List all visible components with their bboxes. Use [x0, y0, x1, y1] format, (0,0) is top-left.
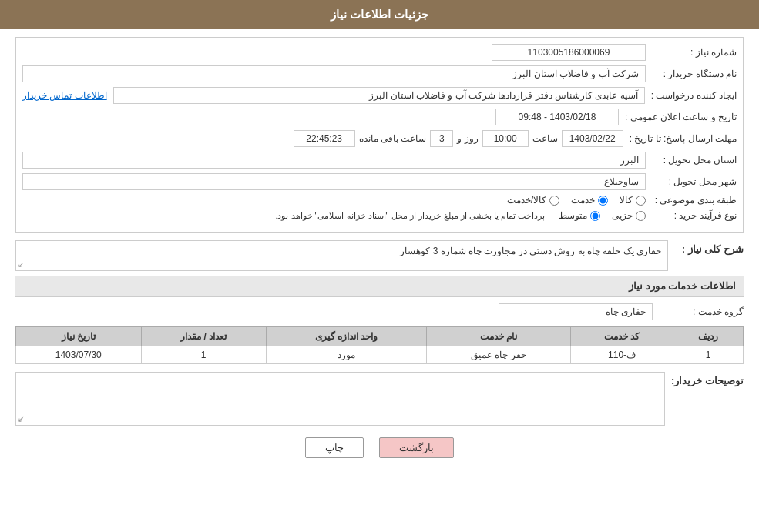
- purchase-radio-jazyi[interactable]: [636, 211, 646, 221]
- services-section-title: اطلاعات خدمات مورد نیاز: [15, 276, 744, 297]
- delivery-city-value: ساوجبلاغ: [22, 173, 646, 190]
- delivery-province-row: استان محل تحویل : البرز: [22, 152, 737, 169]
- category-radio-group: کالا خدمت کالا/خدمت: [507, 195, 646, 206]
- creator-row: ایجاد کننده درخواست : آسیه عابدی کارشناس…: [22, 87, 737, 104]
- category-radio-khedmat[interactable]: [598, 196, 608, 206]
- delivery-city-label: شهر محل تحویل :: [652, 176, 737, 187]
- buyer-org-label: نام دستگاه خریدار :: [652, 69, 737, 79]
- purchase-jazyi-label: جزیی: [612, 210, 633, 221]
- purchase-option-jazyi: جزیی: [612, 210, 646, 221]
- service-group-label: گروه خدمت :: [659, 306, 744, 317]
- buyer-org-value: شرکت آب و فاضلاب استان البرز: [22, 65, 646, 82]
- announce-datetime-value: 1403/02/18 - 09:48: [495, 109, 619, 125]
- buyer-org-row: نام دستگاه خریدار : شرکت آب و فاضلاب است…: [22, 65, 737, 82]
- contact-link[interactable]: اطلاعات تماس خریدار: [22, 90, 107, 101]
- delivery-city-row: شهر محل تحویل : ساوجبلاغ: [22, 173, 737, 190]
- info-section: شماره نیاز : 1103005186000069 نام دستگاه…: [15, 37, 744, 233]
- cell-row-1: 1: [673, 346, 744, 364]
- buyer-notes-section: توصیحات خریدار: ↙: [15, 372, 744, 426]
- need-number-value: 1103005186000069: [492, 44, 646, 61]
- buyer-notes-value: ↙: [15, 372, 665, 426]
- table-header-row: ردیف کد خدمت نام خدمت واحد اندازه گیری ت…: [16, 327, 744, 346]
- category-option-kala-khedmat: کالا/خدمت: [507, 195, 559, 206]
- need-description-row: شرح کلی نیاز : حفاری یک حلقه چاه به روش …: [15, 240, 744, 271]
- need-number-row: شماره نیاز : 1103005186000069: [22, 44, 737, 61]
- delivery-province-value: البرز: [22, 152, 646, 169]
- category-option-khedmat: خدمت: [571, 195, 608, 206]
- print-button[interactable]: چاپ: [305, 437, 364, 458]
- service-group-row: گروه خدمت : حفاری چاه: [15, 303, 744, 320]
- cell-name-1: حفر چاه عمیق: [426, 346, 570, 364]
- cell-code-1: ف-110: [570, 346, 673, 364]
- announce-datetime-row: تاریخ و ساعت اعلان عمومی : 1403/02/18 - …: [22, 109, 737, 125]
- col-name: نام خدمت: [426, 327, 570, 346]
- category-radio-kala[interactable]: [636, 196, 646, 206]
- service-table: ردیف کد خدمت نام خدمت واحد اندازه گیری ت…: [15, 326, 744, 364]
- response-remaining: 22:45:23: [294, 130, 355, 147]
- page-header: جزئیات اطلاعات نیاز: [0, 0, 759, 29]
- table-row: 1 ف-110 حفر چاه عمیق مورد 1 1403/07/30: [16, 346, 744, 364]
- purchase-type-row: نوع فرآیند خرید : جزیی متوسط پرداخت تمام…: [22, 210, 737, 221]
- creator-label: ایجاد کننده درخواست :: [651, 90, 737, 101]
- response-remaining-label: ساعت باقی مانده: [359, 133, 427, 144]
- col-code: کد خدمت: [570, 327, 673, 346]
- delivery-province-label: استان محل تحویل :: [652, 155, 737, 166]
- category-label: طبقه بندی موضوعی :: [652, 195, 737, 206]
- response-date-row: 1403/02/22 ساعت 10:00 روز و 3 ساعت باقی …: [294, 130, 623, 147]
- category-option-kala: کالا: [620, 195, 646, 206]
- col-qty: تعداد / مقدار: [141, 327, 266, 346]
- col-row: ردیف: [673, 327, 744, 346]
- category-khedmat-label: خدمت: [571, 195, 595, 206]
- category-kala-khedmat-label: کالا/خدمت: [507, 195, 546, 206]
- response-date: 1403/02/22: [562, 130, 623, 147]
- purchase-radio-group: جزیی متوسط: [559, 210, 646, 221]
- buyer-notes-label: توصیحات خریدار:: [671, 372, 744, 386]
- response-deadline-row: مهلت ارسال پاسخ: تا تاریخ : 1403/02/22 س…: [22, 130, 737, 147]
- need-number-label: شماره نیاز :: [652, 47, 737, 58]
- col-unit: واحد اندازه گیری: [266, 327, 426, 346]
- response-days-label: روز و: [457, 133, 478, 144]
- purchase-option-motavasset: متوسط: [559, 210, 600, 221]
- buttons-row: بازگشت چاپ: [15, 437, 744, 458]
- col-date: تاریخ نیاز: [16, 327, 142, 346]
- response-deadline-label: مهلت ارسال پاسخ: تا تاریخ :: [630, 133, 737, 144]
- page-title: جزئیات اطلاعات نیاز: [331, 8, 428, 21]
- purchase-radio-motavasset[interactable]: [590, 211, 600, 221]
- back-button[interactable]: بازگشت: [379, 437, 454, 458]
- purchase-type-label: نوع فرآیند خرید :: [652, 210, 737, 221]
- cell-date-1: 1403/07/30: [16, 346, 142, 364]
- announce-datetime-label: تاریخ و ساعت اعلان عمومی :: [625, 112, 737, 122]
- cell-unit-1: مورد: [266, 346, 426, 364]
- category-row: طبقه بندی موضوعی : کالا خدمت کالا/خدمت: [22, 195, 737, 206]
- service-group-value: حفاری چاه: [499, 303, 653, 320]
- cell-qty-1: 1: [141, 346, 266, 364]
- need-description-value: حفاری یک حلقه چاه به روش دستی در مجاورت …: [15, 240, 668, 271]
- category-radio-kala-khedmat[interactable]: [549, 196, 559, 206]
- response-days: 3: [430, 130, 453, 147]
- purchase-note: پرداخت تمام یا بخشی از مبلغ خریدار از مح…: [275, 211, 545, 221]
- services-section: اطلاعات خدمات مورد نیاز گروه خدمت : حفار…: [15, 276, 744, 364]
- creator-value: آسیه عابدی کارشناس دفتر قراردادها شرکت آ…: [113, 87, 645, 104]
- response-time-label: ساعت: [532, 133, 558, 144]
- need-description-label: شرح کلی نیاز :: [674, 240, 744, 255]
- purchase-motavasset-label: متوسط: [559, 210, 587, 221]
- response-time: 10:00: [482, 130, 529, 147]
- category-kala-label: کالا: [620, 195, 633, 206]
